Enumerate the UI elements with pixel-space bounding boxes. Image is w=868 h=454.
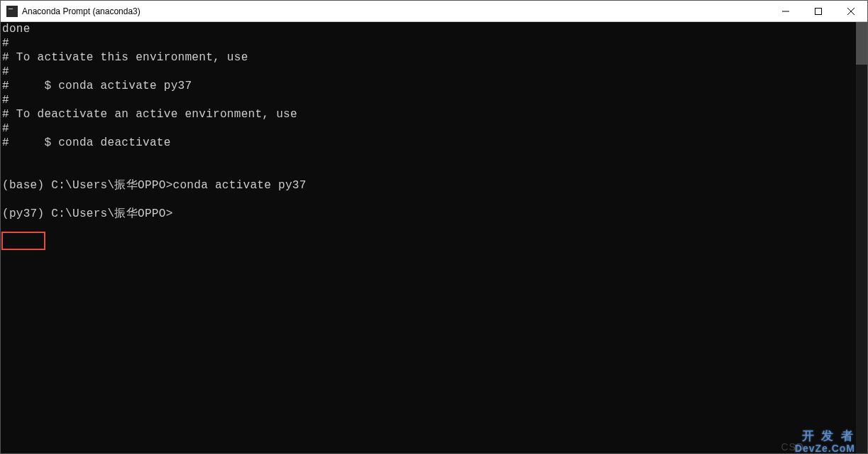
maximize-button[interactable] xyxy=(802,1,835,21)
terminal-line xyxy=(2,193,855,207)
terminal-line: # xyxy=(2,93,855,107)
terminal-line: # xyxy=(2,121,855,136)
scrollbar[interactable] xyxy=(856,22,867,453)
scrollbar-thumb[interactable] xyxy=(856,22,867,65)
watermark-line2: DevZe.CoM xyxy=(795,443,855,454)
window-controls xyxy=(769,1,867,21)
minimize-button[interactable] xyxy=(769,1,802,21)
watermark: 开 发 者 DevZe.CoM xyxy=(795,430,855,454)
close-button[interactable] xyxy=(835,1,867,21)
terminal-line: # xyxy=(2,65,855,79)
terminal-line xyxy=(2,150,855,164)
terminal-line: (base) C:\Users\振华OPPO>conda activate py… xyxy=(2,178,855,193)
window-frame: Anaconda Prompt (anaconda3) done## To ac… xyxy=(0,0,868,454)
window-title: Anaconda Prompt (anaconda3) xyxy=(22,6,769,16)
terminal-line: done xyxy=(2,22,855,36)
terminal-line: # $ conda activate py37 xyxy=(2,79,855,93)
terminal-line: # To deactivate an active environment, u… xyxy=(2,107,855,121)
svg-rect-1 xyxy=(815,8,822,14)
terminal-line: # $ conda deactivate xyxy=(2,136,855,150)
app-icon xyxy=(6,6,18,17)
terminal-line: # xyxy=(2,36,855,50)
terminal-line: (py37) C:\Users\振华OPPO> xyxy=(2,207,855,221)
titlebar[interactable]: Anaconda Prompt (anaconda3) xyxy=(1,1,867,22)
terminal-line: # To activate this environment, use xyxy=(2,50,855,65)
terminal-line xyxy=(2,164,855,178)
terminal-output[interactable]: done## To activate this environment, use… xyxy=(1,22,856,453)
terminal-container: done## To activate this environment, use… xyxy=(1,22,867,453)
watermark-line1: 开 发 者 xyxy=(795,430,855,443)
